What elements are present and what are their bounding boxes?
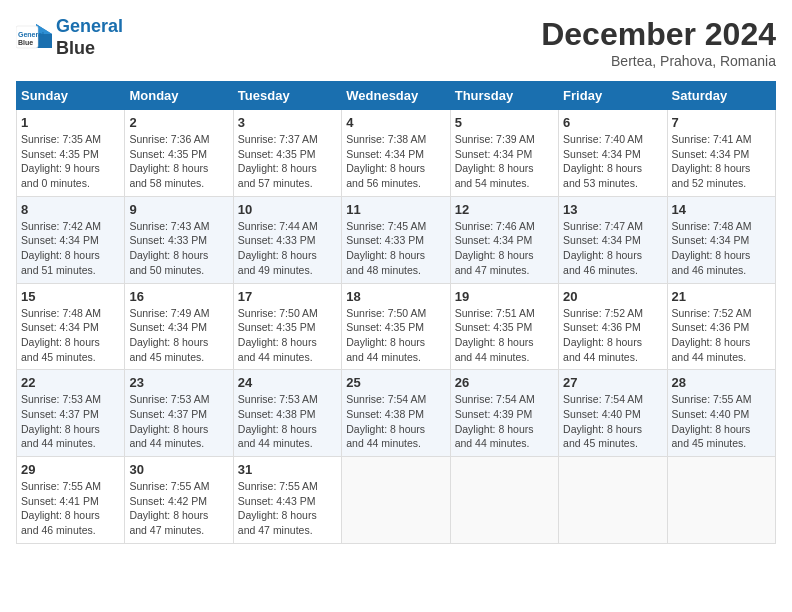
day-number: 24 xyxy=(238,375,337,390)
day-detail: Sunrise: 7:35 AM Sunset: 4:35 PM Dayligh… xyxy=(21,132,120,191)
month-title: December 2024 xyxy=(541,16,776,53)
calendar-cell: 23Sunrise: 7:53 AM Sunset: 4:37 PM Dayli… xyxy=(125,370,233,457)
weekday-header-thursday: Thursday xyxy=(450,82,558,110)
day-number: 7 xyxy=(672,115,771,130)
day-number: 12 xyxy=(455,202,554,217)
calendar-cell: 21Sunrise: 7:52 AM Sunset: 4:36 PM Dayli… xyxy=(667,283,775,370)
day-number: 18 xyxy=(346,289,445,304)
page-header: General Blue GeneralBlue December 2024 B… xyxy=(16,16,776,69)
day-number: 28 xyxy=(672,375,771,390)
calendar-week-2: 8Sunrise: 7:42 AM Sunset: 4:34 PM Daylig… xyxy=(17,196,776,283)
calendar-cell: 4Sunrise: 7:38 AM Sunset: 4:34 PM Daylig… xyxy=(342,110,450,197)
calendar-cell xyxy=(342,457,450,544)
day-number: 9 xyxy=(129,202,228,217)
day-number: 5 xyxy=(455,115,554,130)
calendar-cell: 18Sunrise: 7:50 AM Sunset: 4:35 PM Dayli… xyxy=(342,283,450,370)
day-detail: Sunrise: 7:55 AM Sunset: 4:40 PM Dayligh… xyxy=(672,392,771,451)
day-detail: Sunrise: 7:36 AM Sunset: 4:35 PM Dayligh… xyxy=(129,132,228,191)
calendar-cell: 22Sunrise: 7:53 AM Sunset: 4:37 PM Dayli… xyxy=(17,370,125,457)
day-detail: Sunrise: 7:48 AM Sunset: 4:34 PM Dayligh… xyxy=(672,219,771,278)
day-detail: Sunrise: 7:52 AM Sunset: 4:36 PM Dayligh… xyxy=(563,306,662,365)
day-detail: Sunrise: 7:50 AM Sunset: 4:35 PM Dayligh… xyxy=(346,306,445,365)
day-number: 21 xyxy=(672,289,771,304)
day-detail: Sunrise: 7:44 AM Sunset: 4:33 PM Dayligh… xyxy=(238,219,337,278)
weekday-header-sunday: Sunday xyxy=(17,82,125,110)
logo: General Blue GeneralBlue xyxy=(16,16,123,59)
day-number: 2 xyxy=(129,115,228,130)
day-detail: Sunrise: 7:41 AM Sunset: 4:34 PM Dayligh… xyxy=(672,132,771,191)
day-detail: Sunrise: 7:52 AM Sunset: 4:36 PM Dayligh… xyxy=(672,306,771,365)
day-detail: Sunrise: 7:49 AM Sunset: 4:34 PM Dayligh… xyxy=(129,306,228,365)
calendar-cell: 24Sunrise: 7:53 AM Sunset: 4:38 PM Dayli… xyxy=(233,370,341,457)
day-detail: Sunrise: 7:53 AM Sunset: 4:37 PM Dayligh… xyxy=(21,392,120,451)
calendar-cell: 9Sunrise: 7:43 AM Sunset: 4:33 PM Daylig… xyxy=(125,196,233,283)
day-number: 26 xyxy=(455,375,554,390)
weekday-header-tuesday: Tuesday xyxy=(233,82,341,110)
calendar-cell: 14Sunrise: 7:48 AM Sunset: 4:34 PM Dayli… xyxy=(667,196,775,283)
calendar-cell xyxy=(450,457,558,544)
calendar-cell: 27Sunrise: 7:54 AM Sunset: 4:40 PM Dayli… xyxy=(559,370,667,457)
day-detail: Sunrise: 7:47 AM Sunset: 4:34 PM Dayligh… xyxy=(563,219,662,278)
day-number: 25 xyxy=(346,375,445,390)
calendar-cell: 19Sunrise: 7:51 AM Sunset: 4:35 PM Dayli… xyxy=(450,283,558,370)
day-detail: Sunrise: 7:39 AM Sunset: 4:34 PM Dayligh… xyxy=(455,132,554,191)
calendar-cell: 12Sunrise: 7:46 AM Sunset: 4:34 PM Dayli… xyxy=(450,196,558,283)
day-detail: Sunrise: 7:54 AM Sunset: 4:40 PM Dayligh… xyxy=(563,392,662,451)
calendar-cell: 2Sunrise: 7:36 AM Sunset: 4:35 PM Daylig… xyxy=(125,110,233,197)
calendar-cell: 13Sunrise: 7:47 AM Sunset: 4:34 PM Dayli… xyxy=(559,196,667,283)
calendar-week-5: 29Sunrise: 7:55 AM Sunset: 4:41 PM Dayli… xyxy=(17,457,776,544)
day-detail: Sunrise: 7:37 AM Sunset: 4:35 PM Dayligh… xyxy=(238,132,337,191)
day-detail: Sunrise: 7:46 AM Sunset: 4:34 PM Dayligh… xyxy=(455,219,554,278)
calendar-cell: 20Sunrise: 7:52 AM Sunset: 4:36 PM Dayli… xyxy=(559,283,667,370)
calendar-cell: 29Sunrise: 7:55 AM Sunset: 4:41 PM Dayli… xyxy=(17,457,125,544)
day-number: 16 xyxy=(129,289,228,304)
day-detail: Sunrise: 7:50 AM Sunset: 4:35 PM Dayligh… xyxy=(238,306,337,365)
day-number: 11 xyxy=(346,202,445,217)
calendar-cell: 6Sunrise: 7:40 AM Sunset: 4:34 PM Daylig… xyxy=(559,110,667,197)
day-detail: Sunrise: 7:51 AM Sunset: 4:35 PM Dayligh… xyxy=(455,306,554,365)
day-detail: Sunrise: 7:40 AM Sunset: 4:34 PM Dayligh… xyxy=(563,132,662,191)
day-number: 22 xyxy=(21,375,120,390)
calendar-table: SundayMondayTuesdayWednesdayThursdayFrid… xyxy=(16,81,776,544)
calendar-cell: 28Sunrise: 7:55 AM Sunset: 4:40 PM Dayli… xyxy=(667,370,775,457)
calendar-cell: 26Sunrise: 7:54 AM Sunset: 4:39 PM Dayli… xyxy=(450,370,558,457)
day-detail: Sunrise: 7:43 AM Sunset: 4:33 PM Dayligh… xyxy=(129,219,228,278)
day-number: 27 xyxy=(563,375,662,390)
day-number: 30 xyxy=(129,462,228,477)
day-number: 23 xyxy=(129,375,228,390)
calendar-cell: 8Sunrise: 7:42 AM Sunset: 4:34 PM Daylig… xyxy=(17,196,125,283)
day-detail: Sunrise: 7:45 AM Sunset: 4:33 PM Dayligh… xyxy=(346,219,445,278)
day-detail: Sunrise: 7:54 AM Sunset: 4:38 PM Dayligh… xyxy=(346,392,445,451)
day-number: 19 xyxy=(455,289,554,304)
calendar-cell: 15Sunrise: 7:48 AM Sunset: 4:34 PM Dayli… xyxy=(17,283,125,370)
day-detail: Sunrise: 7:55 AM Sunset: 4:41 PM Dayligh… xyxy=(21,479,120,538)
calendar-cell: 3Sunrise: 7:37 AM Sunset: 4:35 PM Daylig… xyxy=(233,110,341,197)
day-number: 10 xyxy=(238,202,337,217)
day-detail: Sunrise: 7:38 AM Sunset: 4:34 PM Dayligh… xyxy=(346,132,445,191)
calendar-week-3: 15Sunrise: 7:48 AM Sunset: 4:34 PM Dayli… xyxy=(17,283,776,370)
day-detail: Sunrise: 7:55 AM Sunset: 4:43 PM Dayligh… xyxy=(238,479,337,538)
day-detail: Sunrise: 7:53 AM Sunset: 4:37 PM Dayligh… xyxy=(129,392,228,451)
title-block: December 2024 Bertea, Prahova, Romania xyxy=(541,16,776,69)
day-number: 14 xyxy=(672,202,771,217)
calendar-cell: 11Sunrise: 7:45 AM Sunset: 4:33 PM Dayli… xyxy=(342,196,450,283)
weekday-header-monday: Monday xyxy=(125,82,233,110)
weekday-header-wednesday: Wednesday xyxy=(342,82,450,110)
logo-icon: General Blue xyxy=(16,20,52,56)
weekday-header-friday: Friday xyxy=(559,82,667,110)
calendar-cell xyxy=(667,457,775,544)
day-number: 1 xyxy=(21,115,120,130)
calendar-cell: 31Sunrise: 7:55 AM Sunset: 4:43 PM Dayli… xyxy=(233,457,341,544)
day-detail: Sunrise: 7:54 AM Sunset: 4:39 PM Dayligh… xyxy=(455,392,554,451)
calendar-cell: 16Sunrise: 7:49 AM Sunset: 4:34 PM Dayli… xyxy=(125,283,233,370)
day-number: 31 xyxy=(238,462,337,477)
day-number: 6 xyxy=(563,115,662,130)
calendar-week-4: 22Sunrise: 7:53 AM Sunset: 4:37 PM Dayli… xyxy=(17,370,776,457)
day-number: 4 xyxy=(346,115,445,130)
day-detail: Sunrise: 7:53 AM Sunset: 4:38 PM Dayligh… xyxy=(238,392,337,451)
day-number: 15 xyxy=(21,289,120,304)
day-number: 17 xyxy=(238,289,337,304)
calendar-cell: 1Sunrise: 7:35 AM Sunset: 4:35 PM Daylig… xyxy=(17,110,125,197)
weekday-header-saturday: Saturday xyxy=(667,82,775,110)
logo-text: GeneralBlue xyxy=(56,16,123,59)
